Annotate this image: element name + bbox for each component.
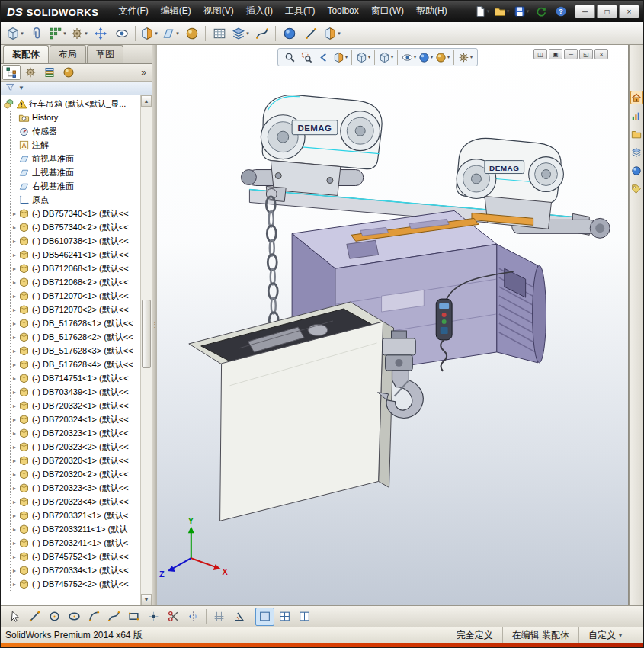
- model-trolley-left[interactable]: DEMAG: [241, 95, 382, 202]
- expand-arrow-icon[interactable]: ▸: [11, 581, 18, 588]
- expand-arrow-icon[interactable]: ▸: [11, 540, 18, 547]
- expand-arrow-icon[interactable]: ▸: [11, 444, 18, 451]
- tree-item-part[interactable]: ▸(-) DB_517628<4> (默认<<: [11, 358, 140, 371]
- viewport-tile-button[interactable]: ▣: [549, 49, 562, 59]
- tab-assembly[interactable]: 装配体: [3, 45, 49, 63]
- section-view-icon[interactable]: ▾: [332, 50, 348, 64]
- grid-snap-icon[interactable]: [210, 608, 229, 626]
- appearances-scenes-icon[interactable]: [630, 164, 643, 178]
- exploded-view-icon[interactable]: ▾: [230, 24, 251, 43]
- tree-item-sensors[interactable]: 传感器: [11, 124, 140, 138]
- expand-arrow-icon[interactable]: ▸: [11, 526, 18, 533]
- expand-arrow-icon[interactable]: ▸: [11, 306, 18, 313]
- expand-arrow-icon[interactable]: ▸: [11, 224, 18, 231]
- tree-item-part[interactable]: ▸(-) DB712070<1> (默认<<: [11, 289, 140, 303]
- tree-item-part[interactable]: ▸(-) DB7203241<1> (默认<: [11, 536, 140, 550]
- expand-arrow-icon[interactable]: ▸: [11, 485, 18, 492]
- tree-item-part[interactable]: ▸(-) DB_517628<1> (默认<<: [11, 316, 140, 330]
- tab-sketch[interactable]: 草图: [87, 45, 123, 63]
- explode-line-sketch-icon[interactable]: [252, 24, 272, 43]
- menu-toolbox[interactable]: Toolbox: [321, 1, 364, 22]
- expand-arrow-icon[interactable]: ▸: [11, 471, 18, 478]
- file-explorer-icon[interactable]: [630, 127, 643, 141]
- home-icon[interactable]: [630, 91, 643, 104]
- scroll-down-button[interactable]: ▼: [141, 594, 152, 605]
- expand-arrow-icon[interactable]: ▸: [11, 553, 18, 560]
- resize-grip[interactable]: [631, 627, 643, 643]
- close-document-button[interactable]: ×: [594, 49, 608, 59]
- bill-of-materials-icon[interactable]: [209, 24, 229, 43]
- mirror-entities-icon[interactable]: [184, 608, 203, 626]
- expand-arrow-icon[interactable]: ▸: [11, 293, 18, 300]
- section-view-icon[interactable]: ▾: [322, 24, 342, 43]
- show-hidden-components-icon[interactable]: [111, 24, 132, 43]
- model-load-box[interactable]: [189, 302, 394, 521]
- tree-item-part[interactable]: ▸(-) DB720334<1> (默认<<: [11, 563, 140, 577]
- new-motion-study-icon[interactable]: [181, 24, 202, 43]
- minimize-button[interactable]: ─: [575, 5, 595, 18]
- tree-item-part[interactable]: ▸(-) DB720323<3> (默认<<: [11, 481, 140, 495]
- assembly-features-icon[interactable]: ▾: [139, 24, 159, 43]
- single-viewport-icon[interactable]: [255, 608, 274, 626]
- menu-insert[interactable]: 插入(I): [240, 1, 279, 22]
- hide-show-items-icon[interactable]: ▾: [401, 50, 417, 64]
- angle-snap-icon[interactable]: [229, 608, 248, 626]
- tree-item-part[interactable]: ▸(-) DB720320<1> (默认<<: [11, 454, 140, 467]
- expand-arrow-icon[interactable]: ▸: [11, 375, 18, 382]
- rebuild-icon[interactable]: [532, 4, 550, 19]
- expand-arrow-icon[interactable]: ▸: [11, 430, 18, 437]
- expand-arrow-icon[interactable]: ▸: [11, 361, 18, 368]
- tree-root-assembly[interactable]: 行车吊箱 (默认<默认_显...: [3, 97, 140, 111]
- tree-item-part[interactable]: ▸(-) DB757340<1> (默认<<: [11, 207, 140, 220]
- scroll-thumb[interactable]: [142, 300, 151, 368]
- tree-item-plane[interactable]: 右视基准面: [11, 179, 140, 193]
- expand-arrow-icon[interactable]: ▸: [11, 279, 18, 286]
- viewport-split-button[interactable]: ◫: [533, 49, 547, 59]
- tree-item-part[interactable]: ▸(-) DB_517628<3> (默认<<: [11, 344, 140, 358]
- reference-geometry-icon[interactable]: ▾: [160, 24, 181, 43]
- arc-icon[interactable]: [85, 608, 104, 626]
- graphics-area[interactable]: DEMAG: [157, 45, 629, 605]
- expand-arrow-icon[interactable]: ▸: [11, 320, 18, 327]
- zoom-area-icon[interactable]: [299, 50, 315, 64]
- tree-item-origin[interactable]: 原点: [11, 193, 140, 207]
- corner-rectangle-icon[interactable]: [124, 608, 143, 626]
- expand-arrow-icon[interactable]: ▸: [11, 348, 18, 354]
- circle-icon[interactable]: [45, 608, 64, 626]
- property-manager-icon[interactable]: [21, 65, 40, 80]
- tree-item-part[interactable]: ▸(-) DB720320<2> (默认<<: [11, 467, 140, 481]
- tree-item-part[interactable]: ▸(-) DB712068<1> (默认<<: [11, 261, 140, 275]
- open-document-icon[interactable]: ▾: [492, 4, 511, 19]
- menu-file[interactable]: 文件(F): [112, 1, 154, 22]
- custom-properties-icon[interactable]: [630, 182, 643, 196]
- tree-item-part[interactable]: ▸(-) DB757340<2> (默认<<: [11, 220, 140, 234]
- four-viewport-icon[interactable]: [275, 608, 294, 626]
- edit-appearance-icon[interactable]: ▾: [418, 50, 434, 64]
- menu-edit[interactable]: 编辑(E): [155, 1, 197, 22]
- tree-item-part[interactable]: ▸(-) DB720323<2> (默认<<: [11, 440, 140, 454]
- tree-item-part[interactable]: ▸(-) DB72033211<1> (默认: [11, 522, 140, 536]
- model-3d-view[interactable]: DEMAG: [157, 45, 628, 605]
- two-viewport-icon[interactable]: [295, 608, 314, 626]
- tree-item-part[interactable]: ▸(-) DB546241<1> (默认<<: [11, 248, 140, 261]
- save-icon[interactable]: ▾: [512, 4, 530, 19]
- spline-icon[interactable]: [104, 608, 123, 626]
- point-icon[interactable]: [144, 608, 163, 626]
- expand-arrow-icon[interactable]: ▸: [11, 499, 18, 505]
- menu-tools[interactable]: 工具(T): [279, 1, 321, 22]
- previous-view-icon[interactable]: [316, 50, 332, 64]
- tree-item-part[interactable]: ▸(-) DB703439<1> (默认<<: [11, 385, 140, 399]
- tree-item-plane[interactable]: 上视基准面: [11, 165, 140, 179]
- menu-view[interactable]: 视图(V): [197, 1, 240, 22]
- expand-arrow-icon[interactable]: ▸: [11, 512, 18, 519]
- tree-item-part[interactable]: ▸(-) DB_517628<2> (默认<<: [11, 330, 140, 344]
- filter-icon[interactable]: [3, 81, 17, 93]
- trim-entities-icon[interactable]: [164, 608, 183, 626]
- apply-scene-icon[interactable]: ▾: [434, 50, 450, 64]
- configuration-manager-icon[interactable]: [40, 65, 59, 80]
- design-library-icon[interactable]: [630, 109, 643, 123]
- zoom-fit-icon[interactable]: [282, 50, 298, 64]
- panel-overflow-button[interactable]: »: [137, 67, 150, 78]
- linear-component-pattern-icon[interactable]: ▾: [47, 24, 68, 43]
- new-document-icon[interactable]: ▾: [473, 4, 491, 19]
